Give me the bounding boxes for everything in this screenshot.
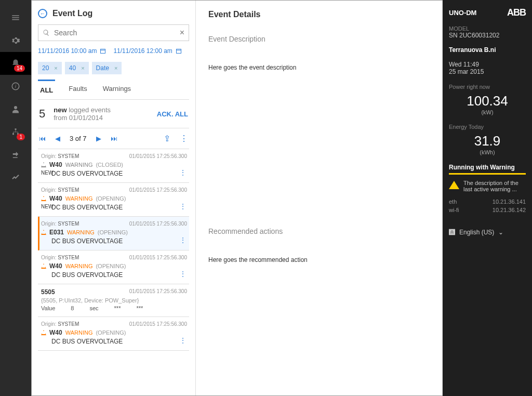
filter-chip[interactable]: 20× xyxy=(38,62,62,74)
search-icon xyxy=(43,29,50,36)
svg-rect-3 xyxy=(12,133,14,135)
event-more-icon[interactable] xyxy=(180,270,186,278)
tools-icon[interactable] xyxy=(0,166,31,189)
event-row[interactable]: Origin: SYSTEM01/01/2015 17:25:56.300 W4… xyxy=(38,250,189,284)
network-badge: 1 xyxy=(17,134,25,140)
search-input[interactable]: × xyxy=(38,24,189,41)
language-selector[interactable]: 🅰English (US)⌄ xyxy=(449,229,526,236)
event-row[interactable]: Origin: SYSTEM01/01/2015 17:25:56.300 W4… xyxy=(38,149,189,183)
status-badge: Running with Warning xyxy=(449,164,526,175)
warning-icon xyxy=(449,181,459,189)
serial-number: SN 2UC60031202 xyxy=(449,32,526,39)
pager-prev-icon[interactable]: ◀ xyxy=(55,135,60,142)
more-icon[interactable]: ⋮ xyxy=(180,134,188,143)
user-icon[interactable] xyxy=(0,98,31,121)
event-count: 5 xyxy=(39,107,45,121)
recommended-heading: Recommended actions xyxy=(208,227,430,235)
warning-text: The description of the last active warni… xyxy=(463,180,526,192)
location: Terranuova B.ni xyxy=(449,46,526,54)
info-icon[interactable]: i xyxy=(0,75,31,98)
recommended-body: Here goes the recommended action xyxy=(208,256,430,263)
svg-rect-5 xyxy=(101,49,105,54)
pager-text: 3 of 7 xyxy=(70,135,87,142)
description-heading: Event Description xyxy=(208,35,430,43)
filter-chip[interactable]: Date× xyxy=(92,62,122,74)
warning-triangle-icon xyxy=(41,330,46,335)
date: 25 mar 2015 xyxy=(449,68,526,75)
chip-remove-icon[interactable]: × xyxy=(54,65,57,71)
nav-rail: 14 i 1 xyxy=(0,0,31,396)
export-icon[interactable] xyxy=(0,143,31,166)
event-more-icon[interactable] xyxy=(180,203,186,210)
page-title: ←Event Log xyxy=(38,9,189,18)
brand-logo: ABB xyxy=(507,7,526,18)
date-to[interactable]: 11/11/2016 12:00 am xyxy=(113,47,181,55)
back-icon[interactable]: ← xyxy=(38,9,47,18)
warning-triangle-icon xyxy=(41,162,46,167)
description-body: Here goes the event description xyxy=(208,64,430,71)
notifications-icon[interactable]: 14 xyxy=(0,52,31,75)
settings-icon[interactable] xyxy=(0,29,31,52)
event-log-column: ←Event Log × 11/11/2016 10:00 am 11/11/2… xyxy=(32,1,196,395)
network-icon[interactable]: 1 xyxy=(0,121,31,143)
pager-next-icon[interactable]: ▶ xyxy=(96,135,101,142)
calendar-icon xyxy=(176,48,182,54)
time: Wed 11:49 xyxy=(449,61,526,68)
menu-icon[interactable] xyxy=(0,6,31,29)
notif-badge: 14 xyxy=(14,65,25,72)
ack-all-button[interactable]: ACK. ALL xyxy=(157,110,188,118)
event-more-icon[interactable] xyxy=(180,337,186,344)
chevron-down-icon: ⌄ xyxy=(498,229,503,236)
wifi-ip: 10.21.36.142 xyxy=(493,207,526,213)
warning-triangle-icon xyxy=(41,263,46,269)
calendar-icon xyxy=(100,48,106,54)
clear-search-icon[interactable]: × xyxy=(180,28,184,37)
warning-triangle-icon xyxy=(41,230,46,235)
tab-faults[interactable]: Faults xyxy=(66,80,89,99)
event-more-icon[interactable] xyxy=(180,236,186,244)
pager-last-icon[interactable]: ⏭ xyxy=(111,135,117,142)
chip-remove-icon[interactable]: × xyxy=(81,65,84,71)
event-details-column: Event Details Event Description Here goe… xyxy=(196,1,443,395)
event-more-icon[interactable] xyxy=(180,169,186,176)
event-row[interactable]: Origin: SYSTEM01/01/2015 17:25:56.300 E0… xyxy=(38,217,189,250)
event-row[interactable]: Origin: SYSTEM01/01/2015 17:25:56.300 W4… xyxy=(38,317,189,351)
svg-text:i: i xyxy=(15,84,17,89)
pager-first-icon[interactable]: ⏮ xyxy=(39,135,46,142)
translate-icon: 🅰 xyxy=(449,229,455,236)
event-row[interactable]: Origin: SYSTEM01/01/2015 17:25:56.300 W4… xyxy=(38,183,189,217)
device-name: UNO-DM xyxy=(449,9,476,17)
energy-value: 31.9 xyxy=(449,133,526,149)
power-value: 100.34 xyxy=(449,93,526,109)
warning-triangle-icon xyxy=(41,196,46,201)
tab-all[interactable]: ALL xyxy=(38,80,55,99)
svg-rect-2 xyxy=(15,128,17,130)
tab-warnings[interactable]: Warnings xyxy=(101,80,133,99)
svg-rect-6 xyxy=(176,49,181,54)
date-from[interactable]: 11/11/2016 10:00 am xyxy=(38,47,106,55)
chip-remove-icon[interactable]: × xyxy=(114,65,117,71)
data-event-row[interactable]: 550501/01/2015 17:25:56.300{5505, P:UInt… xyxy=(38,284,189,317)
status-panel: UNO-DMABB MODEL SN 2UC60031202 Terranuov… xyxy=(443,0,532,396)
filter-chip[interactable]: 40× xyxy=(65,62,89,74)
details-title: Event Details xyxy=(208,10,430,19)
eth-ip: 10.21.36.141 xyxy=(493,199,526,205)
share-icon[interactable]: ⇪ xyxy=(164,134,170,143)
